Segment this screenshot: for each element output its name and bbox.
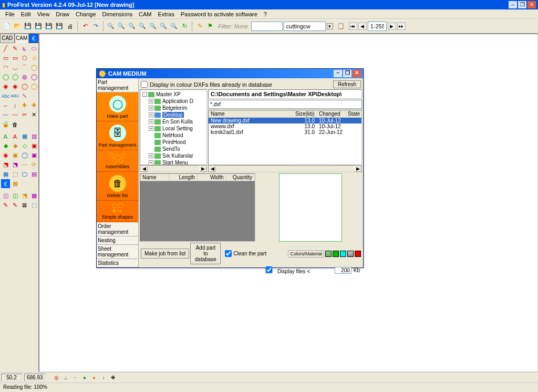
scroll-right-icon[interactable]: ▶	[199, 166, 206, 172]
display-colour-checkbox[interactable]	[141, 81, 148, 88]
tool-a2-icon[interactable]: A	[11, 132, 19, 141]
menu-edit[interactable]: Edit	[18, 11, 34, 17]
tool-c8-icon[interactable]: ◯	[29, 82, 38, 91]
menu-password[interactable]: Password to activate software	[178, 11, 261, 17]
tool-m2-icon[interactable]: ⬔	[11, 160, 19, 169]
dialog-minimize-button[interactable]: –	[334, 70, 342, 77]
tree-node[interactable]: +Local Setting	[140, 125, 206, 132]
grid-header-quantity[interactable]: Quantity	[226, 174, 255, 181]
zoom-in-icon[interactable]: 🔍	[106, 22, 116, 31]
filter-input[interactable]	[251, 22, 283, 31]
tool-circle4-icon[interactable]: ◯	[29, 73, 38, 81]
menu-help[interactable]: ?	[261, 11, 270, 17]
tree-expand-icon[interactable]: +	[149, 160, 153, 165]
tool-r3-icon[interactable]: ◯	[20, 151, 29, 160]
color-swatch-5[interactable]	[355, 251, 361, 257]
tool-del-icon[interactable]: 🗑	[11, 120, 19, 129]
color-swatch-4[interactable]	[347, 251, 354, 257]
tool-arc3-icon[interactable]: ⌒	[20, 63, 29, 72]
tool-shape-icon[interactable]: ◇	[29, 54, 38, 63]
tool-grid-icon[interactable]: ▦	[20, 132, 29, 141]
tree-expand-icon[interactable]: -	[142, 92, 147, 97]
tool-q3-icon[interactable]: ⬔	[20, 191, 29, 200]
status-snap1-icon[interactable]: ·	[71, 374, 79, 382]
colors-material-button[interactable]: Colors/Material	[288, 250, 324, 257]
tree-node[interactable]: SendTo	[140, 146, 206, 152]
tool-euro-icon[interactable]: €	[1, 179, 10, 188]
display-files-checkbox[interactable]	[261, 266, 277, 273]
close-button[interactable]: ✕	[527, 1, 536, 8]
tool-arc1-icon[interactable]: ◠	[1, 63, 10, 72]
range-input[interactable]	[368, 22, 387, 31]
nav-prev-icon[interactable]: ◀	[358, 23, 367, 30]
tree-expand-icon[interactable]: +	[149, 119, 153, 124]
undo-icon[interactable]: ↶	[80, 22, 90, 31]
sidebar-statistics[interactable]: Statistics	[97, 259, 138, 267]
menu-draw[interactable]: Draw	[53, 11, 73, 17]
tool-r4-icon[interactable]: ▣	[29, 151, 38, 160]
tool-arc2-icon[interactable]: ◡	[11, 63, 19, 72]
tool-n4-icon[interactable]: ▤	[29, 170, 38, 179]
tree-node[interactable]: NetHood	[140, 132, 206, 139]
tool-m1-icon[interactable]: ⬔	[1, 160, 10, 169]
tree-expand-icon[interactable]: +	[149, 112, 153, 117]
tool-rect2-icon[interactable]: ▭	[11, 54, 19, 63]
save-icon[interactable]: 💾	[23, 22, 33, 31]
status-perp-icon[interactable]: ⟂	[61, 374, 70, 382]
nav-last-icon[interactable]: ⏭	[397, 23, 406, 30]
menu-extras[interactable]: Extras	[155, 11, 178, 17]
tool-curve2-icon[interactable]: 〰	[11, 110, 19, 119]
tool-ellipse-icon[interactable]: ⬭	[29, 44, 38, 53]
maximize-button[interactable]: ❐	[518, 1, 526, 8]
sidebar-nesting[interactable]: Nesting	[97, 236, 138, 245]
tool-text1-icon[interactable]: Abc	[1, 91, 10, 100]
file-row[interactable]: New drawing.dxf13.010-Jul-12	[209, 118, 361, 123]
tree-node[interactable]: +Belgelerim	[140, 105, 206, 111]
menu-file[interactable]: File	[2, 11, 18, 17]
tool-point-icon[interactable]: ·	[29, 91, 38, 100]
tool-circle1-icon[interactable]: ◯	[1, 73, 10, 81]
tool-c6-icon[interactable]: ◉	[11, 82, 19, 91]
sidebar-make-part[interactable]: ◯ Make part	[97, 92, 138, 121]
clean-part-checkbox[interactable]	[225, 250, 232, 257]
tree-expand-icon[interactable]: +	[149, 153, 153, 158]
euro-button[interactable]: €	[29, 34, 38, 43]
tool-m4-icon[interactable]: ⟳	[29, 160, 38, 169]
tool-move-icon[interactable]: ⤡	[20, 91, 29, 100]
scroll-left-icon[interactable]: ◀	[140, 166, 148, 172]
tool-w2-icon[interactable]: ✎	[11, 201, 19, 210]
make-job-button[interactable]: Make job from list	[141, 249, 189, 259]
add-part-button[interactable]: Add part to database	[190, 243, 221, 264]
cutting-dropdown[interactable]: ▾	[327, 23, 333, 29]
tool-arc4-icon[interactable]: ◯	[29, 63, 38, 72]
save3-icon[interactable]: 💾	[55, 22, 64, 31]
zoom-fit-icon[interactable]: 🔍	[138, 22, 147, 31]
status-move-icon[interactable]: ✥	[109, 374, 117, 382]
tool-s1-icon[interactable]: ◆	[1, 141, 10, 150]
tab-cam[interactable]: CAM	[15, 34, 29, 43]
tab-cad[interactable]: CAD	[0, 34, 15, 43]
refresh-button[interactable]: Refresh	[333, 80, 361, 88]
status-snap2-icon[interactable]: ●	[80, 374, 89, 382]
status-arrow-icon[interactable]: ↓	[99, 374, 108, 382]
tree-node[interactable]: PrintHood	[140, 139, 206, 146]
tree-expand-icon[interactable]: +	[149, 99, 153, 104]
scroll-left-icon[interactable]: ◀	[209, 166, 216, 172]
sidebar-simple-shapes[interactable]: ◯◯ ⊕▭ Simple shapes	[97, 201, 138, 222]
tool-n1-icon[interactable]: ▦	[1, 170, 10, 179]
sidebar-order-management[interactable]: Order management	[97, 222, 138, 236]
file-row[interactable]: konik2ad1.dxf31.022-Jun-12	[209, 129, 361, 135]
pen-icon[interactable]: ✎	[195, 22, 204, 31]
file-filter-input[interactable]	[208, 100, 362, 109]
tool-cross-icon[interactable]: ✚	[20, 101, 29, 110]
dialog-close-button[interactable]: ✕	[353, 70, 361, 77]
tree-node[interactable]: -Master XP	[140, 91, 206, 98]
status-target-icon[interactable]: ◎	[52, 374, 60, 382]
clean-part-checkbox-label[interactable]: Clean the part	[225, 250, 266, 257]
dialog-titlebar[interactable]: 🟡 CAM MEDIUM – ❐ ✕	[97, 69, 363, 78]
refresh-icon[interactable]: ↻	[180, 22, 189, 31]
tree-expand-icon[interactable]: +	[149, 126, 153, 131]
tool-q1-icon[interactable]: ◫	[1, 191, 10, 200]
file-header-size[interactable]: Size(kb)	[293, 110, 317, 117]
sidebar-sheet-management[interactable]: Sheet management	[97, 245, 138, 259]
